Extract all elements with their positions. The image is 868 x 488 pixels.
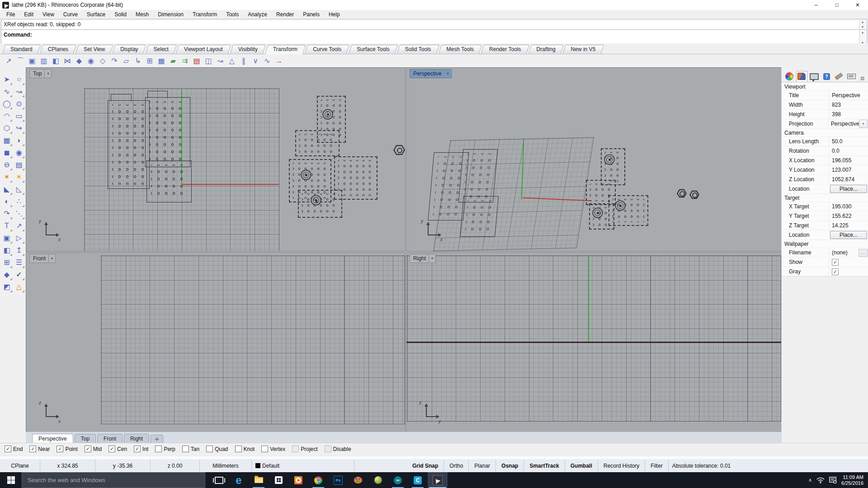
scale-icon[interactable]: ▰ [167,56,179,66]
viewport-right[interactable]: Right ▼ z y [406,252,782,432]
toolbar-tab[interactable]: CPlanes [41,45,75,54]
osnap-toggle[interactable]: Quad [206,446,228,452]
menu-item[interactable]: Render [272,10,298,19]
curve-icon[interactable]: ∿ [1,86,13,98]
lego-plate[interactable] [460,196,499,237]
scroll-up-icon[interactable]: ▲ [861,20,864,24]
toolbar-tab[interactable]: Select [147,45,175,54]
menu-item[interactable]: Curve [59,10,82,19]
smooth-icon[interactable]: ∿ [261,56,273,66]
viewport-front-title[interactable]: Front ▼ [29,254,56,263]
toolbar-tab[interactable]: Standard [4,45,39,54]
trim-icon[interactable]: ◣ [1,183,13,195]
menu-item[interactable]: View [38,10,59,19]
sphere-icon[interactable]: ◉ [13,147,25,159]
scroll-down-icon[interactable]: ▼ [861,25,864,29]
cylinder-icon[interactable]: ◩ [1,281,13,293]
hole-marker[interactable] [325,111,331,117]
toolbar-tab[interactable]: Visibility [231,45,264,54]
toolbar-tab[interactable]: Viewport Layout [177,45,230,54]
array-icon[interactable]: ⊞ [144,56,156,66]
viewport-perspective-title[interactable]: Perspective ▼ [410,69,452,78]
extrude-icon[interactable]: ↥ [13,244,25,256]
array-polar-icon[interactable]: ▦ [156,56,167,66]
toolbar-tab[interactable]: Mesh Tools [440,45,481,54]
array-curve-icon[interactable]: ▤ [191,56,203,66]
chevron-down-icon[interactable]: ▼ [444,70,451,78]
rebuild-icon[interactable]: ↷ [1,208,13,220]
wifi-icon[interactable] [816,477,825,483]
surface-bend-icon[interactable]: ◗ [13,135,25,146]
taskbar-search-input[interactable]: Search the web and Windows [22,472,205,488]
cplane-button[interactable]: CPlane [0,459,40,472]
box-edit-icon[interactable]: ◧ [50,56,61,66]
osnap-toggle[interactable]: Knot [235,446,255,452]
boolean-icon[interactable]: ✶ [1,171,13,183]
menu-item[interactable]: Analyze [243,10,272,19]
curve-edit-icon[interactable]: ↝ [13,86,25,98]
tray-chevron-icon[interactable]: ∧ [808,477,812,483]
status-toggle[interactable]: Ortho [444,459,469,472]
hole-marker[interactable] [594,210,601,216]
chevron-down-icon[interactable]: ▼ [44,70,51,78]
menu-item[interactable]: Mesh [131,10,153,19]
toolbar-tab[interactable]: Transform [266,45,304,54]
add-viewport-tab[interactable]: ✛ [151,435,163,443]
minimize-button[interactable]: – [806,0,826,10]
toolbar-tab[interactable]: Curve Tools [306,45,348,54]
viewport-top-title[interactable]: Top ▼ [29,69,52,78]
select-icon[interactable]: ➤ [1,74,13,85]
chevron-down-icon[interactable]: ▼ [429,254,435,263]
osnap-toggle[interactable]: Near [29,446,50,452]
viewport-tab[interactable]: Top [75,434,96,443]
orient-curve-icon[interactable]: ↷ [108,56,120,66]
blend-icon[interactable]: ◐ [1,196,13,207]
taskbar-clock[interactable]: 11:09 AM 6/25/2016 [841,474,863,486]
tab-display[interactable] [808,71,820,82]
tab-keyboard[interactable] [846,71,858,82]
check-icon[interactable]: ✓ [13,269,25,281]
ellipse-icon[interactable]: ⊙ [13,98,25,110]
status-toggle[interactable]: SmartTrack [524,459,565,472]
menu-item[interactable]: Panels [298,10,324,19]
orient-icon[interactable]: ↳ [132,56,144,66]
tab-notes[interactable] [833,71,845,82]
cut-piece[interactable] [589,203,614,230]
bend-icon[interactable]: ⌒ [14,56,26,66]
start-button[interactable] [0,472,22,488]
lamp-icon[interactable]: △ [13,281,25,293]
rotate-icon[interactable]: ◆ [73,56,85,66]
gray-checkbox[interactable] [832,268,839,275]
target-place-button[interactable]: Place... [830,231,867,239]
title-value[interactable]: Perspective [829,91,868,100]
arc-icon[interactable]: ◠ [1,110,13,122]
status-toggle[interactable]: Grid Snap [407,459,444,472]
move-icon[interactable]: ↗ [3,56,14,66]
cut-piece[interactable] [298,190,342,218]
toolbar-tab[interactable]: Render Tools [482,45,528,54]
point-cloud-icon[interactable]: ∴ [13,196,25,207]
twist-icon[interactable]: ◫ [203,56,214,66]
fillet-edge-icon[interactable]: ◆ [1,269,13,281]
rotate-3d-icon[interactable]: ◉ [85,56,97,66]
viewport-right-title[interactable]: Right ▼ [410,254,436,263]
array-linear-2-icon[interactable]: ☰ [13,257,25,268]
gimp-button[interactable] [368,472,388,488]
menu-item[interactable]: Help [324,10,344,19]
chevron-down-icon[interactable]: ▼ [48,254,55,263]
toolbar-tab[interactable]: New in V5 [564,45,603,54]
hex-washer[interactable] [689,190,699,199]
osnap-toggle[interactable]: Perp [155,446,175,452]
status-toggle[interactable]: Planar [469,459,496,472]
file-explorer-button[interactable] [249,472,269,488]
viewport-tab[interactable]: Front [97,434,123,443]
surface-grid-icon[interactable]: ▤ [13,159,25,171]
close-button[interactable]: ✕ [847,0,868,10]
explode-icon[interactable]: ✶ [13,171,25,183]
viewport-tab[interactable]: Perspective [32,434,73,443]
browse-button[interactable]: ... [859,249,868,257]
array-2-icon[interactable]: ⊞ [1,257,13,268]
height-value[interactable]: 398 [829,110,868,119]
symmetry-icon[interactable]: ⋈ [61,56,73,66]
toolbar-tab[interactable]: Solid Tools [398,45,438,54]
